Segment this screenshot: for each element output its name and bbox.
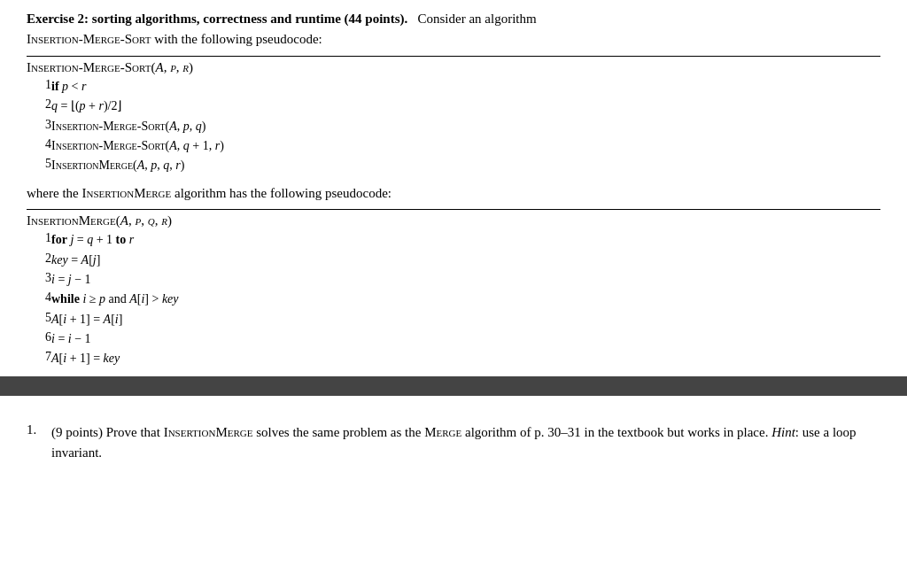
alg1-line2: 2 q = ⌊(p + r)/2⌋	[27, 97, 880, 116]
alg1-line4: 4 Insertion-Merge-Sort(A, q + 1, r)	[27, 136, 880, 156]
question-1: 1. (9 points) Prove that InsertionMerge …	[27, 422, 880, 464]
line-code: i = j − 1	[51, 270, 880, 290]
alg2-table: 1 for j = q + 1 to r 2 key = A[j] 3 i = …	[27, 230, 880, 368]
line-num: 7	[27, 349, 51, 368]
question-1-text: (9 points) Prove that InsertionMerge sol…	[51, 422, 880, 464]
alg2-sc-name: InsertionMerge	[27, 213, 116, 228]
line-num: 3	[27, 270, 51, 290]
line-code: Insertion-Merge-Sort(A, p, q)	[51, 117, 880, 136]
exercise-title: Exercise 2: sorting algorithms, correctn…	[27, 12, 407, 26]
line-num: 4	[27, 136, 51, 156]
line-code: Insertion-Merge-Sort(A, q + 1, r)	[51, 136, 880, 156]
alg1-sc-name: Insertion-Merge-Sort	[27, 60, 151, 74]
exercise-container: Exercise 2: sorting algorithms, correctn…	[27, 9, 880, 463]
alg2-line5: 5 A[i + 1] = A[i]	[27, 310, 880, 329]
line-num: 2	[27, 97, 51, 116]
alg1-header: Insertion-Merge-Sort(A, p, r)	[27, 60, 880, 75]
alg1-block: Insertion-Merge-Sort(A, p, r) 1 if p < r…	[27, 56, 880, 175]
between-text: where the InsertionMerge algorithm has t…	[27, 182, 880, 204]
alg2-line4: 4 while i ≥ p and A[i] > key	[27, 290, 880, 309]
alg2-line1: 1 for j = q + 1 to r	[27, 230, 880, 250]
line-code: q = ⌊(p + r)/2⌋	[51, 97, 880, 116]
line-code: i = i − 1	[51, 329, 880, 349]
line-code: for j = q + 1 to r	[51, 230, 880, 250]
line-num: 3	[27, 117, 51, 136]
alg1-line1: 1 if p < r	[27, 77, 880, 97]
alg2-line3: 3 i = j − 1	[27, 270, 880, 290]
alg1-table: 1 if p < r 2 q = ⌊(p + r)/2⌋ 3 Insertion…	[27, 77, 880, 175]
line-code: A[i + 1] = A[i]	[51, 310, 880, 329]
line-num: 1	[27, 77, 51, 97]
alg1-line5: 5 InsertionMerge(A, p, q, r)	[27, 156, 880, 175]
alg2-line2: 2 key = A[j]	[27, 251, 880, 270]
dark-separator-bar	[0, 376, 907, 396]
alg1-line3: 3 Insertion-Merge-Sort(A, p, q)	[27, 117, 880, 136]
line-num: 5	[27, 156, 51, 175]
line-code: InsertionMerge(A, p, q, r)	[51, 156, 880, 175]
line-code: A[i + 1] = key	[51, 349, 880, 368]
line-code: key = A[j]	[51, 251, 880, 270]
line-num: 6	[27, 329, 51, 349]
questions-section: 1. (9 points) Prove that InsertionMerge …	[27, 422, 880, 464]
alg2-block: InsertionMerge(A, p, q, r) 1 for j = q +…	[27, 209, 880, 368]
line-code: while i ≥ p and A[i] > key	[51, 290, 880, 309]
line-num: 2	[27, 251, 51, 270]
alg2-line7: 7 A[i + 1] = key	[27, 349, 880, 368]
alg2-header: InsertionMerge(A, p, q, r)	[27, 213, 880, 228]
alg1-name-intro: Insertion-Merge-Sort	[27, 32, 151, 46]
line-num: 1	[27, 230, 51, 250]
line-num: 4	[27, 290, 51, 309]
alg2-line6: 6 i = i − 1	[27, 329, 880, 349]
exercise-header: Exercise 2: sorting algorithms, correctn…	[27, 9, 880, 49]
line-num: 5	[27, 310, 51, 329]
question-1-number: 1.	[27, 422, 51, 437]
line-code: if p < r	[51, 77, 880, 97]
